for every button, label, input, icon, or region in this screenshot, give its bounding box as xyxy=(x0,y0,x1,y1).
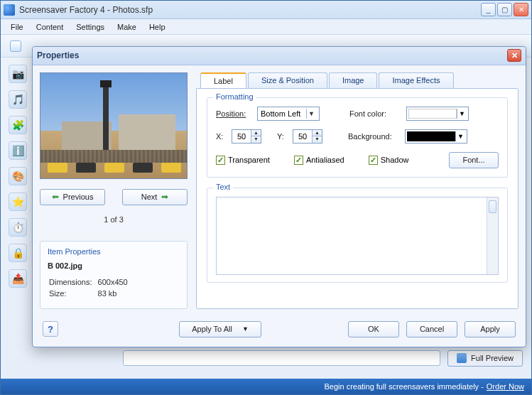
full-preview-button[interactable]: Full Preview xyxy=(447,350,523,367)
menu-help[interactable]: Help xyxy=(143,21,171,33)
full-preview-label: Full Preview xyxy=(471,354,514,362)
dialog-footer: ? Apply To All▼ OK Cancel Apply xyxy=(33,316,526,347)
previous-button[interactable]: ⬅Previous xyxy=(40,189,105,205)
background-swatch xyxy=(407,131,455,141)
maximize-button[interactable]: ▢ xyxy=(497,3,512,16)
output-path-field[interactable] xyxy=(123,350,440,366)
shadow-checkbox[interactable]: ✓Shadow xyxy=(369,156,409,165)
spin-up-icon[interactable]: ▲ xyxy=(313,130,322,136)
fontcolor-select[interactable]: ▼ xyxy=(406,107,469,121)
menu-settings[interactable]: Settings xyxy=(70,21,110,33)
chevron-down-icon: ▼ xyxy=(306,109,316,119)
formatting-legend: Formatting xyxy=(213,92,256,101)
x-value[interactable] xyxy=(232,132,251,141)
position-value: Bottom Left xyxy=(261,109,300,118)
spin-down-icon[interactable]: ▼ xyxy=(313,136,322,143)
apply-to-all-label: Apply To All xyxy=(192,325,232,333)
x-input[interactable]: ▲▼ xyxy=(232,129,261,144)
page-counter: 1 of 3 xyxy=(40,215,188,224)
next-label: Next xyxy=(141,193,158,201)
monitor-icon xyxy=(457,353,467,363)
dialog-close-button[interactable]: ✕ xyxy=(507,49,521,62)
rail-layers-icon[interactable]: 🧩 xyxy=(9,116,27,134)
left-rail: 📷 🎵 🧩 ℹ️ 🎨 ⭐ ⏱️ 🔒 📤 xyxy=(5,65,31,288)
arrow-left-icon: ⬅ xyxy=(52,192,59,202)
item-properties-box: Item Properties B 002.jpg Dimensions:600… xyxy=(40,241,188,309)
cancel-button[interactable]: Cancel xyxy=(406,321,457,337)
app-window: Screensaver Factory 4 - Photos.sfp _ ▢ ✕… xyxy=(0,0,532,395)
antialiased-label: Antialiased xyxy=(306,156,344,164)
transparent-checkbox[interactable]: ✓Transparent xyxy=(216,156,270,165)
statusbar: Begin creating full screensavers immedia… xyxy=(1,379,531,394)
dialog-right-pane: Label Size & Position Image Image Effect… xyxy=(196,72,519,309)
font-button[interactable]: Font... xyxy=(449,152,499,168)
tab-panel-label: Formatting Position: Bottom Left▼ Font c… xyxy=(196,88,519,309)
transparent-label: Transparent xyxy=(228,156,270,164)
rail-camera-icon[interactable]: 📷 xyxy=(9,65,27,83)
ok-label: OK xyxy=(368,325,379,333)
y-spinner[interactable]: ▲▼ xyxy=(312,130,322,143)
y-input[interactable]: ▲▼ xyxy=(293,129,322,144)
label-text-textarea[interactable] xyxy=(216,197,499,275)
font-button-label: Font... xyxy=(462,156,484,164)
x-label: X: xyxy=(216,132,226,141)
prop-key: Dimensions: xyxy=(49,277,97,287)
apply-label: Apply xyxy=(480,325,500,333)
background-select[interactable]: ▼ xyxy=(405,129,467,144)
scrollbar[interactable] xyxy=(487,198,498,274)
menu-make[interactable]: Make xyxy=(112,21,142,33)
rail-time-icon[interactable]: ⏱️ xyxy=(9,218,27,237)
scrollbar-thumb[interactable] xyxy=(489,200,496,213)
position-label: Position: xyxy=(216,109,251,118)
prop-val: 83 kb xyxy=(98,288,132,298)
help-button[interactable]: ? xyxy=(43,321,58,337)
order-now-link[interactable]: Order Now xyxy=(487,382,524,391)
spin-down-icon[interactable]: ▼ xyxy=(251,136,261,143)
tab-label[interactable]: Label xyxy=(200,72,246,88)
shadow-label: Shadow xyxy=(381,156,409,164)
background-label: Background: xyxy=(348,132,399,141)
prop-key: Size: xyxy=(49,288,97,298)
ok-button[interactable]: OK xyxy=(348,321,399,337)
menu-content[interactable]: Content xyxy=(31,21,70,33)
toolbar-new[interactable] xyxy=(5,38,26,55)
fontcolor-swatch xyxy=(408,109,457,119)
app-title: Screensaver Factory 4 - Photos.sfp xyxy=(19,5,479,15)
minimize-button[interactable]: _ xyxy=(481,3,496,16)
y-value[interactable] xyxy=(293,132,312,141)
position-select[interactable]: Bottom Left▼ xyxy=(257,107,320,121)
dialog-titlebar: Properties ✕ xyxy=(33,47,526,65)
tab-image-effects[interactable]: Image Effects xyxy=(379,72,453,88)
antialiased-checkbox[interactable]: ✓Antialiased xyxy=(294,156,344,165)
x-spinner[interactable]: ▲▼ xyxy=(251,130,261,143)
rail-star-icon[interactable]: ⭐ xyxy=(9,193,27,211)
tab-size-position[interactable]: Size & Position xyxy=(248,72,327,88)
arrow-right-icon: ➡ xyxy=(161,192,168,202)
dialog-left-pane: ⬅Previous Next➡ 1 of 3 Item Properties B… xyxy=(40,72,188,309)
properties-dialog: Properties ✕ ⬅Previous Next➡ 1 of 3 Item… xyxy=(32,46,526,347)
previous-label: Previous xyxy=(63,193,94,201)
nav-row: ⬅Previous Next➡ xyxy=(40,189,188,205)
chevron-down-icon: ▼ xyxy=(242,325,249,332)
rail-export-icon[interactable]: 📤 xyxy=(9,269,27,288)
apply-button[interactable]: Apply xyxy=(465,321,516,337)
text-legend: Text xyxy=(213,183,233,191)
item-filename: B 002.jpg xyxy=(48,261,180,270)
apply-to-all-button[interactable]: Apply To All▼ xyxy=(179,321,261,337)
rail-paint-icon[interactable]: 🎨 xyxy=(9,167,27,185)
spin-up-icon[interactable]: ▲ xyxy=(251,130,261,136)
rail-info-icon[interactable]: ℹ️ xyxy=(9,141,27,160)
menu-file[interactable]: File xyxy=(5,21,29,33)
table-row: Size:83 kb xyxy=(49,288,132,298)
app-icon xyxy=(4,4,15,16)
item-properties-table: Dimensions:600x450 Size:83 kb xyxy=(48,276,134,300)
fontcolor-label: Font color: xyxy=(349,109,401,118)
document-icon xyxy=(10,40,21,52)
menubar: File Content Settings Make Help xyxy=(1,19,531,35)
next-button[interactable]: Next➡ xyxy=(122,189,188,205)
close-button[interactable]: ✕ xyxy=(514,3,528,16)
tab-image[interactable]: Image xyxy=(329,72,378,88)
rail-lock-icon[interactable]: 🔒 xyxy=(9,244,27,262)
formatting-fieldset: Formatting Position: Bottom Left▼ Font c… xyxy=(207,97,508,178)
rail-music-icon[interactable]: 🎵 xyxy=(9,90,27,109)
